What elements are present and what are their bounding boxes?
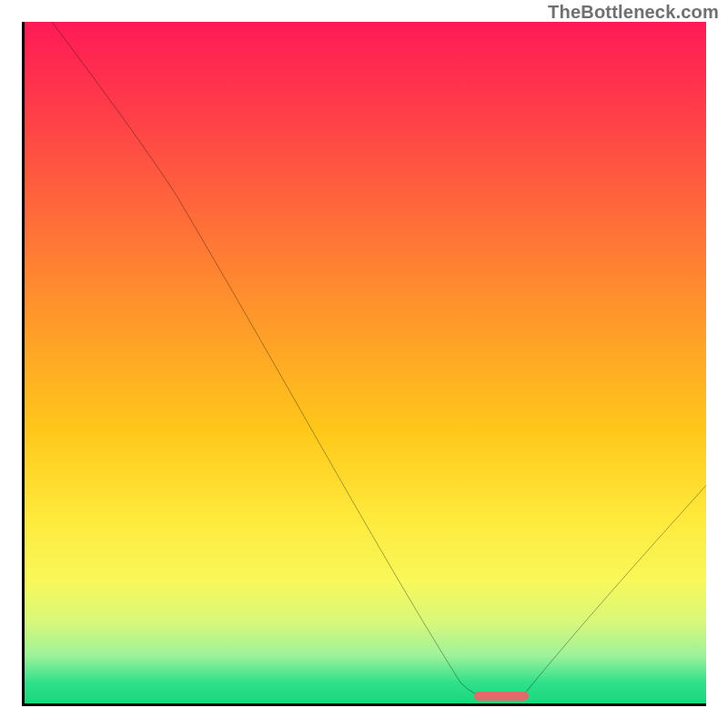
highlight-marker xyxy=(474,692,529,701)
bottleneck-curve xyxy=(25,22,706,703)
watermark-text: TheBottleneck.com xyxy=(548,2,719,23)
plot-area xyxy=(22,22,706,706)
chart-frame: TheBottleneck.com xyxy=(0,0,728,728)
